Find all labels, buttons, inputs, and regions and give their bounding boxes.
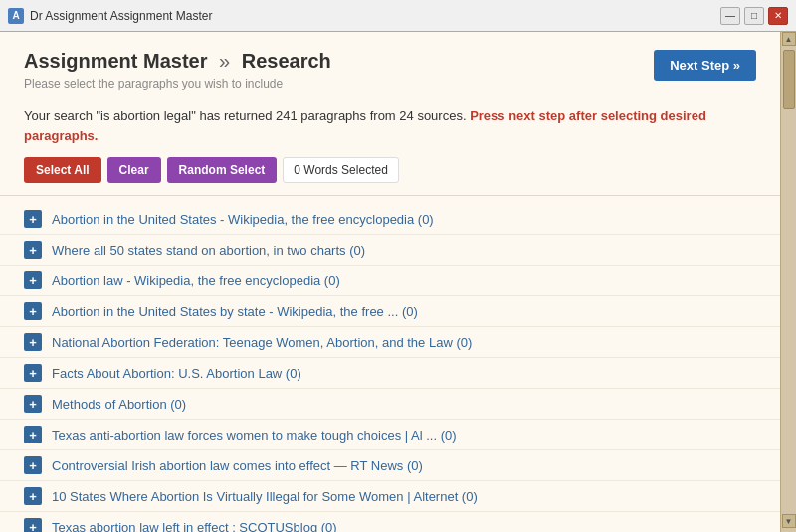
expand-icon[interactable]: + [24,487,42,505]
expand-icon[interactable]: + [24,364,42,382]
result-text: Abortion in the United States by state -… [52,304,418,319]
list-item[interactable]: +Where all 50 states stand on abortion, … [0,235,780,266]
next-step-button[interactable]: Next Step » [654,50,756,81]
list-item[interactable]: +Facts About Abortion: U.S. Abortion Law… [0,358,780,389]
expand-icon[interactable]: + [24,241,42,259]
search-info-prefix: Your search "is abortion legal" has retu… [24,108,467,123]
window-controls[interactable]: — □ ✕ [720,7,788,25]
expand-icon[interactable]: + [24,210,42,228]
scroll-thumb[interactable] [783,50,795,109]
list-item[interactable]: +Abortion in the United States - Wikiped… [0,204,780,235]
action-bar: Select All Clear Random Select 0 Words S… [24,157,756,183]
list-item[interactable]: +Texas abortion law left in effect : SCO… [0,512,780,532]
breadcrumb: Assignment Master » Research [24,50,331,73]
expand-icon[interactable]: + [24,426,42,443]
result-text: Facts About Abortion: U.S. Abortion Law … [52,366,301,381]
result-text: Texas abortion law left in effect : SCOT… [52,520,337,533]
breadcrumb-area: Assignment Master » Research Please sele… [24,50,331,90]
result-text: 10 States Where Abortion Is Virtually Il… [52,489,478,504]
expand-icon[interactable]: + [24,518,42,532]
list-item[interactable]: +10 States Where Abortion Is Virtually I… [0,481,780,512]
title-bar-left: A Dr Assignment Assignment Master [8,8,212,24]
search-info: Your search "is abortion legal" has retu… [24,106,756,145]
main-content: Assignment Master » Research Please sele… [0,32,780,532]
expand-icon[interactable]: + [24,395,42,413]
result-text: Abortion in the United States - Wikipedi… [52,212,434,227]
header-section: Assignment Master » Research Please sele… [0,32,780,102]
title-bar: A Dr Assignment Assignment Master — □ ✕ [0,0,796,32]
minimize-button[interactable]: — [720,7,740,25]
words-selected-badge: 0 Words Selected [283,157,399,183]
result-text: Texas anti-abortion law forces women to … [52,428,457,443]
list-item[interactable]: +National Abortion Federation: Teenage W… [0,327,780,358]
scroll-up-button[interactable]: ▲ [782,32,796,46]
result-text: Abortion law - Wikipedia, the free encyc… [52,273,340,288]
scrollbar[interactable]: ▲ ▼ [780,32,796,532]
random-select-button[interactable]: Random Select [167,157,278,183]
breadcrumb-separator: » [219,50,230,72]
result-text: Controversial Irish abortion law comes i… [52,458,423,473]
expand-icon[interactable]: + [24,302,42,320]
clear-button[interactable]: Clear [107,157,161,183]
list-item[interactable]: +Abortion in the United States by state … [0,296,780,327]
divider [0,195,780,196]
list-item[interactable]: +Methods of Abortion (0) [0,389,780,420]
app-icon: A [8,8,24,24]
select-all-button[interactable]: Select All [24,157,101,183]
result-text: National Abortion Federation: Teenage Wo… [52,335,472,350]
result-text: Where all 50 states stand on abortion, i… [52,243,365,258]
list-item[interactable]: +Texas anti-abortion law forces women to… [0,420,780,450]
expand-icon[interactable]: + [24,271,42,289]
subtitle: Please select the paragraphs you wish to… [24,77,331,90]
result-text: Methods of Abortion (0) [52,397,186,412]
window-title: Dr Assignment Assignment Master [30,9,212,23]
results-list[interactable]: +Abortion in the United States - Wikiped… [0,200,780,532]
expand-icon[interactable]: + [24,456,42,474]
expand-icon[interactable]: + [24,333,42,351]
scroll-down-button[interactable]: ▼ [782,514,796,528]
breadcrumb-page: Research [242,50,331,72]
list-item[interactable]: +Abortion law - Wikipedia, the free ency… [0,266,780,296]
list-item[interactable]: +Controversial Irish abortion law comes … [0,450,780,481]
breadcrumb-app: Assignment Master [24,50,208,72]
maximize-button[interactable]: □ [744,7,764,25]
close-button[interactable]: ✕ [768,7,788,25]
